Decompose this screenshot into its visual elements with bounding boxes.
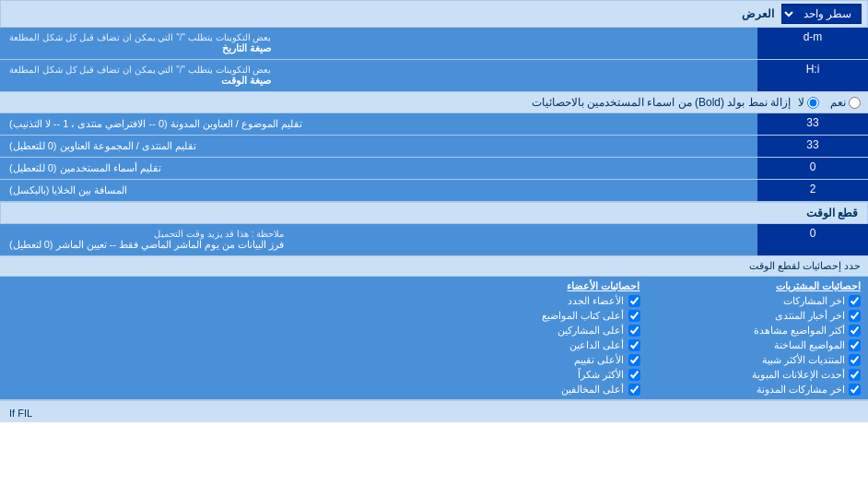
topics-input[interactable]: [765, 116, 861, 129]
cb-blog-posts-check[interactable]: [849, 384, 861, 396]
cb-header-purchases: احصائيات المشتريات: [655, 280, 862, 292]
cb-highest-rated-check[interactable]: [628, 354, 640, 366]
filter-input-container[interactable]: [757, 224, 868, 255]
forum-input-container[interactable]: [757, 136, 868, 157]
cb-last-news[interactable]: اخر أخبار المنتدى: [655, 310, 862, 322]
forum-input[interactable]: [765, 138, 861, 151]
usernames-input-container[interactable]: [757, 158, 868, 179]
cb-most-viewed[interactable]: أكثر المواضيع مشاهدة: [655, 325, 862, 337]
cb-top-participants-check[interactable]: [628, 325, 640, 337]
cb-most-thanked-check[interactable]: [628, 369, 640, 381]
filter-row: ملاحظة : هذا قد يزيد وقت التحميل فرز الب…: [0, 224, 868, 256]
topics-label: تقليم الموضوع / العناوين المدونة (0 -- ا…: [0, 113, 757, 135]
cb-new-members[interactable]: الأعضاء الجدد: [434, 295, 640, 307]
cb-top-participants[interactable]: أعلى المشاركين: [434, 325, 640, 337]
date-format-label: بعض التكوينات يتطلب "/" التي يمكن ان تضا…: [0, 28, 757, 59]
usernames-label: تقليم أسماء المستخدمين (0 للتعطيل): [0, 158, 757, 179]
checkbox-inner: احصائيات المشتريات اخر المشاركات اخر أخب…: [0, 277, 868, 399]
cb-new-members-check[interactable]: [628, 295, 640, 307]
cb-top-violators[interactable]: أعلى المخالفين: [434, 384, 640, 396]
bold-label: إزالة نمط بولد (Bold) من اسماء المستخدمي…: [7, 96, 798, 109]
time-format-label: بعض التكوينات يتطلب "/" التي يمكن ان تضا…: [0, 60, 757, 91]
cb-most-viewed-check[interactable]: [849, 325, 861, 337]
filter-label: ملاحظة : هذا قد يزيد وقت التحميل فرز الب…: [0, 224, 757, 255]
cb-top-violators-check[interactable]: [628, 384, 640, 396]
cb-last-posts[interactable]: اخر المشاركات: [655, 295, 862, 307]
limit-row: حدد إحصائيات لقطع الوقت: [0, 256, 868, 277]
bottom-bar: If FIL: [0, 400, 868, 422]
bold-no-label[interactable]: لا: [798, 96, 819, 109]
cb-most-thanked[interactable]: الأكثر شكراً: [434, 369, 640, 381]
cb-blog-posts[interactable]: اخر مشاركات المدونة: [655, 384, 862, 396]
cb-similar-forums-check[interactable]: [849, 354, 861, 366]
cb-highest-rated[interactable]: الأعلى تقييم: [434, 354, 640, 366]
topics-input-container[interactable]: [757, 113, 868, 135]
header-label: العرض: [6, 7, 781, 20]
filter-input[interactable]: [765, 227, 861, 240]
cells-label: المسافة بين الخلايا (بالبكسل): [0, 180, 757, 201]
display-select[interactable]: سطر واحدسطرينثلاثة أسطر: [781, 4, 862, 24]
cells-input-container[interactable]: [757, 180, 868, 201]
cb-last-news-check[interactable]: [849, 310, 861, 322]
cb-last-posts-check[interactable]: [849, 295, 861, 307]
checkbox-col-purchases: احصائيات المشتريات اخر المشاركات اخر أخب…: [648, 277, 869, 399]
cb-latest-announcements-check[interactable]: [849, 369, 861, 381]
cells-input[interactable]: [765, 183, 861, 195]
time-format-row: بعض التكوينات يتطلب "/" التي يمكن ان تضا…: [0, 60, 868, 92]
cb-top-callers[interactable]: أعلى الداعين: [434, 339, 640, 351]
time-cut-header: قطع الوقت: [0, 202, 868, 224]
forum-label: تقليم المنتدى / المجموعة العناوين (0 للت…: [0, 136, 757, 157]
checkbox-col-spacer: [0, 277, 427, 399]
cb-top-writers-check[interactable]: [628, 310, 640, 322]
cb-similar-forums[interactable]: المنتديات الأكثر شبية: [655, 354, 862, 366]
bold-row: نعم لا إزالة نمط بولد (Bold) من اسماء ال…: [0, 92, 868, 113]
cb-top-writers[interactable]: أعلى كتاب المواضيع: [434, 310, 640, 322]
header-row: سطر واحدسطرينثلاثة أسطر العرض: [0, 0, 868, 28]
bold-radio-group[interactable]: نعم لا: [798, 96, 861, 109]
limit-label: حدد إحصائيات لقطع الوقت: [7, 260, 861, 272]
date-format-row: بعض التكوينات يتطلب "/" التي يمكن ان تضا…: [0, 28, 868, 60]
checkbox-area: احصائيات المشتريات اخر المشاركات اخر أخب…: [0, 277, 868, 400]
time-format-input-container[interactable]: [757, 60, 868, 91]
bold-yes-radio[interactable]: [849, 97, 861, 109]
date-format-input-container[interactable]: [757, 28, 868, 59]
bold-yes-label[interactable]: نعم: [830, 96, 861, 109]
cb-latest-announcements[interactable]: أحدث الإعلانات المبوية: [655, 369, 862, 381]
usernames-input[interactable]: [765, 160, 861, 173]
checkbox-col-members: احصائيات الأعضاء الأعضاء الجدد أعلى كتاب…: [427, 277, 648, 399]
cb-header-members: احصائيات الأعضاء: [434, 280, 640, 292]
bold-no-radio[interactable]: [807, 97, 819, 109]
cb-hot-topics-check[interactable]: [849, 339, 861, 351]
cells-distance-row: المسافة بين الخلايا (بالبكسل): [0, 180, 868, 202]
forum-subjects-row: تقليم المنتدى / المجموعة العناوين (0 للت…: [0, 136, 868, 158]
cb-hot-topics[interactable]: المواضيع الساخنة: [655, 339, 862, 351]
date-format-input[interactable]: [765, 30, 861, 43]
if-fil-text: If FIL: [9, 408, 32, 419]
cb-top-callers-check[interactable]: [628, 339, 640, 351]
usernames-row: تقليم أسماء المستخدمين (0 للتعطيل): [0, 158, 868, 180]
time-format-input[interactable]: [765, 63, 861, 76]
topics-subjects-row: تقليم الموضوع / العناوين المدونة (0 -- ا…: [0, 113, 868, 136]
